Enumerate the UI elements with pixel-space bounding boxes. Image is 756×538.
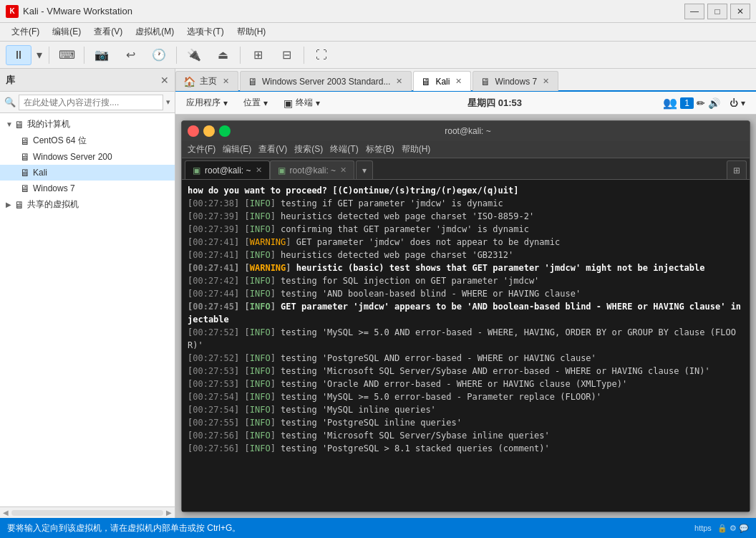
pause-dropdown[interactable]: ▾ <box>34 45 44 65</box>
shared-label: 共享的虚拟机 <box>27 198 79 211</box>
maximize-button[interactable]: □ <box>707 4 727 19</box>
menu-help[interactable]: 帮助(H) <box>231 24 272 39</box>
terminal-line-3: [00:27:39] [INFO] confirming that GET pa… <box>188 223 744 236</box>
terminal-icon: ▣ <box>284 97 293 109</box>
search-icon: 🔍 <box>4 97 16 107</box>
term-menu-edit[interactable]: 编辑(E) <box>223 143 251 155</box>
sidebar-item-centos[interactable]: 🖥 CentOS 64 位 <box>0 133 175 149</box>
terminal-minimize-btn[interactable] <box>203 125 215 137</box>
kali-tab-close[interactable]: ✕ <box>454 76 463 87</box>
term-menu-tags[interactable]: 标签(B) <box>366 143 394 155</box>
search-input[interactable] <box>19 95 163 110</box>
term-tab-2[interactable]: ▣ root@kali: ~ ✕ <box>270 160 355 179</box>
ws2003-tab-icon: 🖥 <box>248 76 258 87</box>
terminal-title: root@kali: ~ <box>231 126 705 136</box>
terminal-line-4: [00:27:41] [WARNING] GET parameter 'jmdc… <box>188 236 744 249</box>
terminal-scroll-btn[interactable]: ⊞ <box>727 160 747 179</box>
revert-button[interactable]: ↩ <box>117 45 143 65</box>
ws2003-tab-label: Windows Server 2003 Standard... <box>262 77 390 87</box>
term-menu-file[interactable]: 文件(F) <box>188 143 215 155</box>
terminal-menubar: 文件(F) 编辑(E) 查看(V) 搜索(S) 终端(T) 标签(B) 帮助(H… <box>182 141 750 158</box>
sidebar-item-kali[interactable]: 🖥 Kali <box>0 165 175 181</box>
pen-icon[interactable]: ✏ <box>697 97 705 109</box>
toolbar-separator-5 <box>304 47 304 64</box>
terminal-line-5: [00:27:41] [INFO] heuristics detected we… <box>188 249 744 261</box>
menu-view[interactable]: 查看(V) <box>88 24 128 39</box>
vm-tabs: 🏠 主页 ✕ 🖥 Windows Server 2003 Standard...… <box>175 69 756 92</box>
menu-tabs[interactable]: 选项卡(T) <box>181 24 229 39</box>
snapshot-manager-button[interactable]: 🕐 <box>146 45 172 65</box>
sidebar-item-shared-vms[interactable]: ▶ 🖥 共享的虚拟机 <box>0 196 175 213</box>
usb-disconnect-button[interactable]: ⏏ <box>210 45 236 65</box>
sidebar-close-button[interactable]: ✕ <box>160 75 169 86</box>
toolbar-separator-3 <box>176 47 177 64</box>
applications-label: 应用程序 <box>186 97 220 109</box>
menu-vm[interactable]: 虚拟机(M) <box>130 24 180 39</box>
term-tab-1[interactable]: ▣ root@kali: ~ ✕ <box>185 160 270 179</box>
term-menu-view[interactable]: 查看(V) <box>258 143 287 155</box>
usb-connect-button[interactable]: 🔌 <box>181 45 207 65</box>
kali-icon: 🖥 <box>20 167 30 178</box>
my-computer-label: 我的计算机 <box>27 118 70 130</box>
terminal-line-0: how do you want to proceed? [(C)ontinue/… <box>188 184 744 197</box>
tab-kali[interactable]: 🖥 Kali ✕ <box>413 71 471 91</box>
win7-icon: 🖥 <box>20 183 30 194</box>
menu-edit[interactable]: 编辑(E) <box>47 24 87 39</box>
snapshot-button[interactable]: 📷 <box>89 45 115 65</box>
send-ctrl-alt-del-button[interactable]: ⌨ <box>54 45 79 65</box>
terminal-line-12: [00:27:53] [INFO] testing 'Microsoft SQL… <box>188 365 744 378</box>
toolbar-separator-4 <box>240 47 241 64</box>
terminal-menu[interactable]: ▣ 终端 ▾ <box>277 95 326 112</box>
term-tab-1-close[interactable]: ✕ <box>256 165 262 175</box>
tab-win7[interactable]: 🖥 Windows 7 ✕ <box>472 71 558 91</box>
terminal-line-18: [00:27:56] [INFO] testing 'PostgreSQL > … <box>188 442 744 455</box>
terminal-line-14: [00:27:54] [INFO] testing 'MySQL >= 5.0 … <box>188 390 744 403</box>
ws2003-tab-close[interactable]: ✕ <box>394 76 404 87</box>
fit-guest-button[interactable]: ⊞ <box>245 45 271 65</box>
term-tab-2-close[interactable]: ✕ <box>340 165 346 175</box>
terminal-line-2: [00:27:39] [INFO] heuristics detected we… <box>188 210 744 223</box>
tab-home[interactable]: 🏠 主页 ✕ <box>175 71 238 91</box>
sidebar-title: 库 <box>6 74 15 87</box>
places-menu[interactable]: 位置 ▾ <box>237 95 274 112</box>
window-controls: — □ ✕ <box>684 4 750 19</box>
computer-icon: 🖥 <box>14 119 24 130</box>
win7-tab-icon: 🖥 <box>480 76 490 87</box>
volume-icon[interactable]: 🔊 <box>708 97 720 109</box>
status-bar: 要将输入定向到该虚拟机，请在虚拟机内部单击或按 Ctrl+G。 https 🔒 … <box>0 518 756 538</box>
sidebar-item-win7[interactable]: 🖥 Windows 7 <box>0 181 175 196</box>
tab-ws2003[interactable]: 🖥 Windows Server 2003 Standard... ✕ <box>240 71 412 91</box>
title-bar: K Kali - VMware Workstation — □ ✕ <box>0 0 756 23</box>
sidebar-item-ws2003[interactable]: 🖥 Windows Server 200 <box>0 149 175 165</box>
search-dropdown-icon[interactable]: ▾ <box>166 97 170 107</box>
term-menu-terminal[interactable]: 终端(T) <box>330 143 358 155</box>
fullscreen-button[interactable]: ⛶ <box>309 45 334 65</box>
term-menu-help[interactable]: 帮助(H) <box>402 143 431 155</box>
terminal-body[interactable]: how do you want to proceed? [(C)ontinue/… <box>182 180 750 511</box>
terminal-outer: root@kali: ~ 文件(F) 编辑(E) 查看(V) 搜索(S) 终端(… <box>175 115 756 518</box>
menu-file[interactable]: 文件(F) <box>6 24 45 39</box>
terminal-arrow: ▾ <box>316 98 320 108</box>
close-button[interactable]: ✕ <box>730 4 750 19</box>
sidebar-item-my-computer[interactable]: ▼ 🖥 我的计算机 <box>0 116 175 133</box>
power-menu[interactable]: ⏻ ▾ <box>723 95 752 112</box>
users-icon[interactable]: 👥 <box>663 96 677 110</box>
home-tab-close[interactable]: ✕ <box>221 76 231 87</box>
minimize-button[interactable]: — <box>684 4 704 19</box>
workspace-number[interactable]: 1 <box>680 97 694 109</box>
status-right: https <box>694 524 712 532</box>
vm-toolbar-right: 👥 1 ✏ 🔊 ⏻ ▾ <box>663 95 752 112</box>
win7-tab-close[interactable]: ✕ <box>541 76 551 87</box>
applications-menu[interactable]: 应用程序 ▾ <box>180 95 234 112</box>
terminal-line-1: [00:27:38] [INFO] testing if GET paramet… <box>188 197 744 210</box>
main-area: 库 ✕ 🔍 ▾ ▼ 🖥 我的计算机 🖥 CentOS 64 位 🖥 Windo <box>0 69 756 518</box>
terminal-maximize-btn[interactable] <box>219 125 231 137</box>
terminal-window: root@kali: ~ 文件(F) 编辑(E) 查看(V) 搜索(S) 终端(… <box>181 120 750 512</box>
term-new-tab-btn[interactable]: ▾ <box>356 160 373 179</box>
vm-clock: 星期四 01:53 <box>467 97 522 110</box>
pause-button[interactable]: ⏸ <box>6 45 32 65</box>
terminal-close-btn[interactable] <box>188 125 199 137</box>
term-menu-search[interactable]: 搜索(S) <box>294 143 323 155</box>
terminal-window-controls <box>188 125 231 137</box>
fit-window-button[interactable]: ⊟ <box>273 45 299 65</box>
